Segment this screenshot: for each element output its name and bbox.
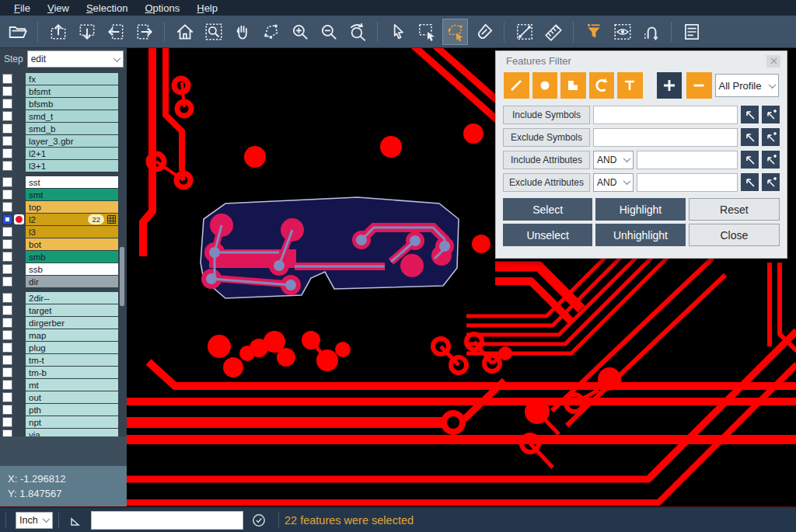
layer-row-smt[interactable]: smt — [0, 189, 127, 200]
layer-visibility-checkbox[interactable] — [2, 342, 12, 353]
include-attributes-button[interactable]: Include Attributes — [503, 151, 590, 169]
zoom-in-button[interactable] — [287, 19, 312, 45]
layer-name[interactable]: plug — [26, 342, 118, 353]
layer-name[interactable]: bfsmb — [26, 98, 118, 110]
highlight-button[interactable]: Highlight — [595, 198, 685, 221]
pick-add-attribute-icon[interactable] — [762, 173, 780, 191]
layer-name[interactable]: l3 — [26, 226, 118, 238]
step-up-button[interactable] — [45, 19, 71, 45]
pick-add-symbol-icon[interactable] — [762, 128, 780, 146]
layer-visibility-checkbox[interactable] — [2, 330, 12, 340]
close-button[interactable]: Close — [689, 224, 780, 246]
zoom-polygon-button[interactable] — [258, 19, 284, 45]
layer-visibility-checkbox[interactable] — [2, 252, 12, 262]
layer-visibility-checkbox[interactable] — [2, 111, 12, 121]
layer-row-target[interactable]: target — [0, 304, 127, 316]
zoom-out-button[interactable] — [316, 19, 341, 45]
menu-file[interactable]: File — [6, 2, 38, 15]
menu-view[interactable]: View — [40, 2, 77, 15]
layer-row-plug[interactable]: plug — [0, 342, 127, 353]
dialog-title-bar[interactable]: Features Filter — [496, 51, 787, 71]
layer-visibility-checkbox[interactable] — [2, 405, 12, 415]
refresh-check-icon[interactable] — [251, 513, 267, 528]
layer-name[interactable]: bot — [26, 238, 118, 250]
layer-row-tm-t[interactable]: tm-t — [0, 354, 127, 366]
layer-name[interactable]: l2+1 — [26, 148, 118, 159]
report-list-button[interactable] — [679, 19, 704, 45]
layer-row-bfsmt[interactable]: bfsmt — [0, 85, 127, 97]
layer-name[interactable]: layer_3.gbr — [26, 135, 118, 147]
menu-help[interactable]: Help — [189, 2, 225, 15]
layer-visibility-checkbox[interactable] — [2, 276, 12, 287]
pad-feature-button[interactable] — [532, 72, 558, 99]
menu-selection[interactable]: Selection — [79, 2, 135, 15]
layer-name[interactable]: 2dir-- — [26, 292, 118, 304]
menu-options[interactable]: Options — [137, 2, 187, 15]
layer-name[interactable]: smt — [26, 189, 118, 200]
unhighlight-button[interactable]: Unhighlight — [595, 224, 685, 246]
layer-row-npt[interactable]: npt — [0, 416, 127, 428]
layer-visibility-checkbox[interactable] — [2, 148, 12, 158]
layer-row-l3[interactable]: l3 — [0, 226, 127, 238]
layer-row-l2[interactable]: l222 — [0, 214, 127, 225]
select-button[interactable]: Select — [503, 198, 592, 221]
layer-visibility-checkbox[interactable] — [2, 293, 12, 303]
layer-name[interactable]: fx — [26, 73, 118, 85]
arc-feature-button[interactable] — [589, 72, 615, 99]
pan-hand-button[interactable] — [229, 19, 255, 45]
layer-visibility-checkbox[interactable] — [2, 392, 12, 402]
layer-visibility-checkbox[interactable] — [2, 305, 12, 315]
layer-row-bfsmb[interactable]: bfsmb — [0, 98, 127, 110]
clear-selection-brush-button[interactable] — [471, 19, 497, 45]
measure-ruler-button[interactable] — [540, 19, 566, 45]
surface-feature-button[interactable] — [560, 72, 586, 99]
layer-row-top[interactable]: top — [0, 201, 127, 213]
layer-name[interactable]: mt — [26, 379, 118, 391]
layer-visibility-checkbox[interactable] — [2, 380, 12, 390]
snap-mode-button[interactable] — [638, 19, 664, 45]
pick-add-symbol-icon[interactable] — [762, 106, 780, 123]
layer-row-layer_3.gbr[interactable]: layer_3.gbr — [0, 135, 127, 147]
exclude-attributes-input[interactable] — [637, 173, 738, 192]
layer-visibility-checkbox[interactable] — [2, 177, 12, 187]
layer-name[interactable]: target — [26, 304, 118, 316]
layer-row-smd_b[interactable]: smd_b — [0, 123, 127, 134]
remove-mode-button[interactable] — [686, 72, 712, 99]
exclude-logic-select[interactable]: AND — [593, 173, 634, 192]
layer-row-dirgerber[interactable]: dirgerber — [0, 317, 127, 329]
layer-visibility-checkbox[interactable] — [2, 202, 12, 212]
step-left-button[interactable] — [103, 19, 128, 45]
view-options-button[interactable] — [609, 19, 635, 45]
layer-name[interactable]: top — [26, 201, 118, 213]
layer-visibility-checkbox[interactable] — [2, 99, 12, 109]
layer-visibility-checkbox[interactable] — [2, 417, 12, 427]
layer-visibility-checkbox[interactable] — [2, 264, 12, 274]
layer-visibility-checkbox[interactable] — [2, 239, 12, 249]
sidebar-scrollbar[interactable] — [120, 247, 124, 306]
zoom-window-button[interactable] — [201, 19, 226, 45]
layer-name[interactable]: l3+1 — [26, 160, 118, 172]
pick-add-attribute-icon[interactable] — [762, 151, 780, 169]
layer-name[interactable]: tm-b — [26, 367, 118, 378]
features-filter-button[interactable] — [581, 19, 606, 45]
layer-row-tm-b[interactable]: tm-b — [0, 367, 127, 378]
layer-visibility-checkbox[interactable] — [2, 355, 12, 365]
select-polygon-button[interactable] — [442, 19, 468, 45]
layer-visibility-checkbox[interactable] — [2, 74, 12, 84]
layer-name[interactable]: ssb — [26, 263, 118, 275]
measure-distance-button[interactable] — [511, 19, 537, 45]
line-feature-button[interactable] — [504, 72, 529, 99]
pick-symbol-icon[interactable] — [741, 106, 759, 123]
home-view-button[interactable] — [172, 19, 197, 45]
exclude-symbols-input[interactable] — [593, 128, 738, 147]
pick-symbol-icon[interactable] — [741, 128, 759, 146]
layer-visibility-checkbox[interactable] — [2, 161, 12, 171]
layer-row-l3+1[interactable]: l3+1 — [0, 160, 127, 172]
include-logic-select[interactable]: AND — [593, 151, 634, 169]
add-mode-button[interactable] — [657, 72, 683, 99]
step-down-button[interactable] — [74, 19, 100, 45]
layer-visibility-checkbox[interactable] — [2, 227, 12, 237]
step-right-button[interactable] — [131, 19, 157, 45]
zoom-previous-button[interactable] — [344, 19, 370, 45]
layer-name[interactable]: npt — [26, 416, 118, 428]
